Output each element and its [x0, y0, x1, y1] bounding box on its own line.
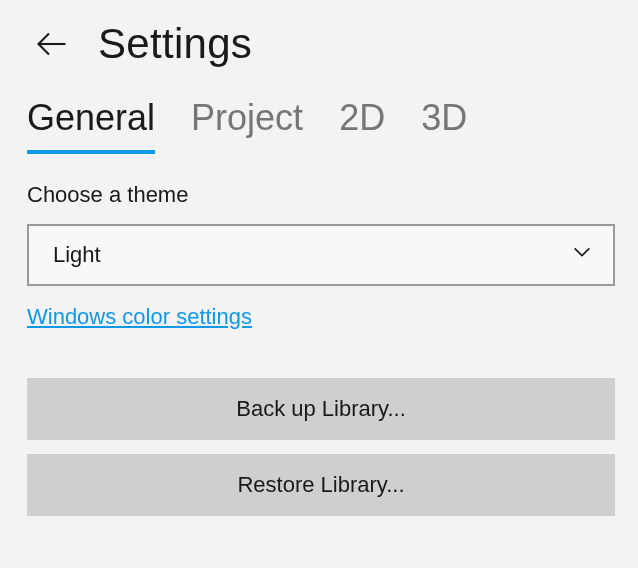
tab-3d[interactable]: 3D [421, 98, 467, 154]
theme-dropdown[interactable]: Light [27, 224, 615, 286]
tabs-container: General Project 2D 3D [0, 74, 638, 154]
page-title: Settings [98, 20, 252, 68]
restore-library-button[interactable]: Restore Library... [27, 454, 615, 516]
tab-general[interactable]: General [27, 98, 155, 154]
windows-color-settings-link[interactable]: Windows color settings [27, 304, 252, 330]
theme-dropdown-value: Light [53, 242, 101, 268]
settings-header: Settings [0, 0, 638, 74]
chevron-down-icon [571, 241, 593, 269]
theme-label: Choose a theme [27, 182, 614, 208]
tab-content-general: Choose a theme Light Windows color setti… [0, 154, 638, 516]
arrow-left-icon [34, 26, 70, 62]
backup-library-button[interactable]: Back up Library... [27, 378, 615, 440]
back-button[interactable] [34, 26, 70, 62]
tab-2d[interactable]: 2D [339, 98, 385, 154]
tab-project[interactable]: Project [191, 98, 303, 154]
